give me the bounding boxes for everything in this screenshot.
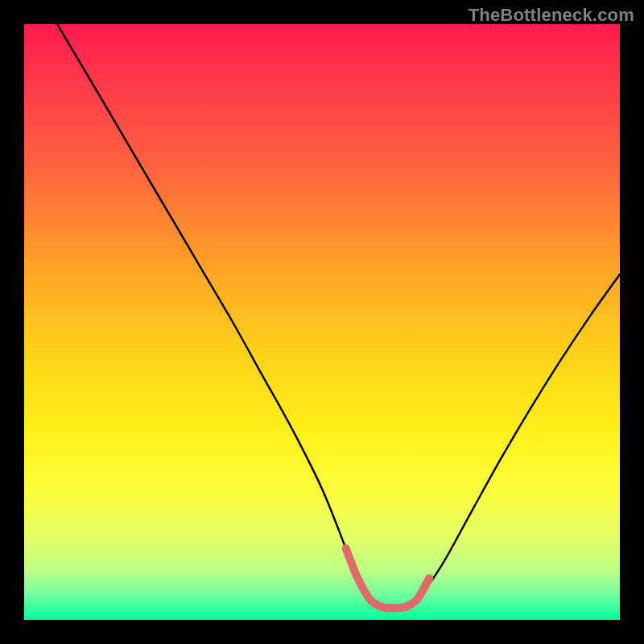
bottleneck-curve-path — [24, 24, 620, 608]
plot-area — [24, 24, 620, 620]
curve-layer — [24, 24, 620, 620]
attribution-label: TheBottleneck.com — [469, 5, 634, 26]
curve-svg — [24, 24, 620, 620]
chart-frame: TheBottleneck.com — [0, 0, 644, 644]
highlight-segment-path — [346, 548, 430, 608]
